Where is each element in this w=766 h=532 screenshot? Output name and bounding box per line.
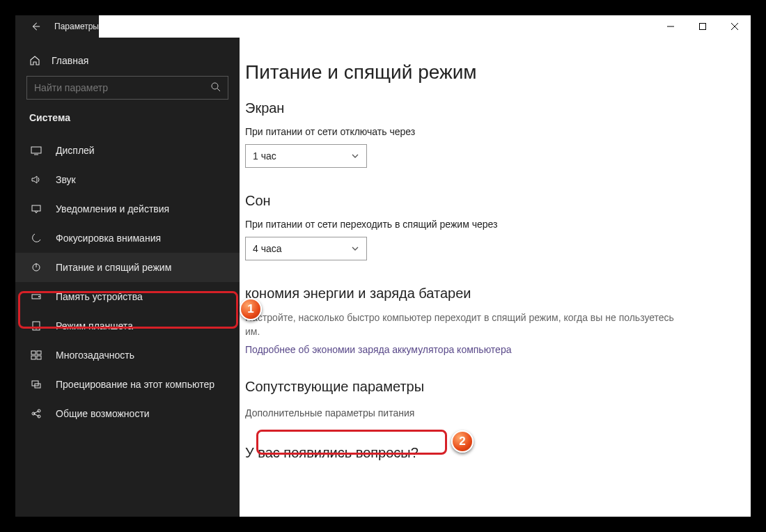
page-title: Питание и спящий режим xyxy=(245,61,730,84)
chevron-down-icon xyxy=(351,244,359,253)
sidebar-item-power[interactable]: Питание и спящий режим xyxy=(15,253,240,282)
sidebar-item-multitask[interactable]: Многозадачность xyxy=(15,341,240,370)
sidebar-item-label: Звук xyxy=(56,174,76,185)
sidebar-item-label: Память устройства xyxy=(56,291,143,302)
sound-icon xyxy=(29,174,43,185)
display-icon xyxy=(29,145,43,156)
sidebar-item-label: Питание и спящий режим xyxy=(56,262,171,273)
sidebar-home-label: Главная xyxy=(52,55,88,66)
svg-rect-1 xyxy=(700,24,706,30)
settings-window: Параметры Главная Система xyxy=(15,15,751,517)
sidebar-item-sound[interactable]: Звук xyxy=(15,165,240,194)
energy-heading: кономия энергии и заряда батареи xyxy=(245,285,730,302)
shared-icon xyxy=(29,408,43,419)
sleep-heading: Сон xyxy=(245,193,730,209)
additional-power-settings-link[interactable]: Дополнительные параметры питания xyxy=(245,405,730,421)
search-input[interactable] xyxy=(26,76,228,100)
maximize-button[interactable] xyxy=(687,15,719,38)
back-icon[interactable] xyxy=(29,20,42,33)
home-icon xyxy=(29,55,40,66)
main-content: Питание и спящий режим Экран При питании… xyxy=(240,38,751,517)
sidebar-item-tablet[interactable]: Режим планшета xyxy=(15,311,240,341)
sidebar-category: Система xyxy=(15,112,240,136)
screen-off-value: 1 час xyxy=(253,150,276,162)
focus-icon xyxy=(29,233,43,244)
annotation-badge-1: 1 xyxy=(240,298,262,320)
energy-description: Настройте, насколько быстро компьютер пе… xyxy=(245,311,677,338)
svg-rect-17 xyxy=(31,356,36,359)
questions-heading: У вас появились вопросы? xyxy=(245,445,730,461)
svg-line-5 xyxy=(217,88,220,91)
related-heading: Сопутствующие параметры xyxy=(245,379,730,395)
window-title: Параметры xyxy=(54,22,99,31)
sleep-label: При питании от сети переходить в спящий … xyxy=(245,219,730,230)
sidebar-item-focus[interactable]: Фокусировка внимания xyxy=(15,224,240,253)
sidebar-item-projecting[interactable]: Проецирование на этот компьютер xyxy=(15,370,240,399)
search-icon xyxy=(210,81,221,93)
sidebar-item-shared[interactable]: Общие возможности xyxy=(15,399,240,428)
sleep-select[interactable]: 4 часа xyxy=(245,237,367,260)
titlebar: Параметры xyxy=(15,15,751,38)
svg-rect-15 xyxy=(31,351,36,354)
screen-off-label: При питании от сети отключать через xyxy=(245,126,730,137)
notifications-icon xyxy=(29,203,43,214)
sidebar-item-label: Многозадачность xyxy=(56,350,134,361)
svg-rect-6 xyxy=(31,147,41,153)
sidebar-item-label: Фокусировка внимания xyxy=(56,233,161,244)
sidebar-item-notifications[interactable]: Уведомления и действия xyxy=(15,194,240,224)
sidebar-item-label: Уведомления и действия xyxy=(56,203,169,214)
sidebar-item-display[interactable]: Дисплей xyxy=(15,136,240,165)
sidebar: Главная Система Дисплей Звук xyxy=(15,38,240,517)
minimize-button[interactable] xyxy=(655,15,687,38)
svg-rect-18 xyxy=(37,356,41,359)
energy-learn-more-link[interactable]: Подробнее об экономии заряда аккумулятор… xyxy=(245,344,730,355)
sidebar-item-label: Дисплей xyxy=(56,145,95,156)
annotation-badge-2: 2 xyxy=(451,430,474,453)
multitask-icon xyxy=(29,350,43,361)
svg-point-4 xyxy=(212,83,218,89)
power-icon xyxy=(29,262,43,273)
sidebar-item-label: Проецирование на этот компьютер xyxy=(56,379,214,390)
tablet-icon xyxy=(29,320,43,331)
chevron-down-icon xyxy=(351,152,359,160)
svg-rect-16 xyxy=(37,351,41,354)
sidebar-item-storage[interactable]: Память устройства xyxy=(15,282,240,311)
sidebar-item-label: Общие возможности xyxy=(56,408,150,419)
screen-heading: Экран xyxy=(245,100,730,116)
sidebar-item-label: Режим планшета xyxy=(56,320,133,331)
projecting-icon xyxy=(29,379,43,390)
close-button[interactable] xyxy=(719,15,751,38)
screen-off-select[interactable]: 1 час xyxy=(245,144,367,168)
sleep-value: 4 часа xyxy=(253,243,282,254)
storage-icon xyxy=(29,291,43,302)
svg-rect-8 xyxy=(32,205,40,211)
sidebar-home[interactable]: Главная xyxy=(15,48,240,76)
svg-point-12 xyxy=(38,296,40,297)
